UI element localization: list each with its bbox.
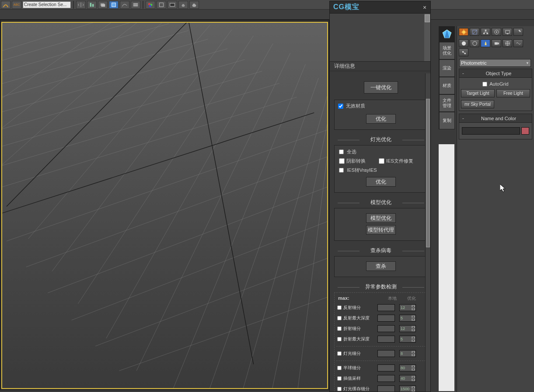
param-check[interactable] — [337, 351, 342, 356]
autogrid-checkbox[interactable]: AutoGrid — [461, 80, 530, 88]
param-opt-spinner[interactable]: 5▲▼ — [399, 315, 416, 322]
side-tab-2[interactable]: 材质 — [439, 77, 455, 94]
spinner-up-icon[interactable]: ▲ — [411, 365, 415, 368]
model-optimize-button[interactable]: 模型优化 — [366, 213, 396, 223]
select-all-check[interactable] — [339, 149, 344, 154]
select-all-checkbox[interactable]: 全选 — [335, 147, 427, 156]
tool-icon-render-setup[interactable] — [157, 1, 166, 9]
spinner-down-icon[interactable]: ▼ — [411, 329, 415, 332]
shapes-icon[interactable] — [470, 39, 479, 47]
spinner-up-icon[interactable]: ▲ — [411, 386, 415, 389]
spinner-down-icon[interactable]: ▼ — [411, 389, 415, 392]
selection-set-dropdown[interactable] — [23, 1, 71, 8]
spinner-down-icon[interactable]: ▼ — [411, 318, 415, 321]
param-check[interactable] — [337, 305, 342, 310]
display-tab-icon[interactable] — [503, 28, 512, 36]
geom-icon[interactable] — [459, 39, 468, 47]
spacewarps-icon[interactable] — [513, 39, 523, 47]
param-opt-spinner[interactable]: 1500▲▼ — [399, 385, 416, 392]
param-local-box[interactable] — [377, 304, 395, 311]
tool-icon-mirror[interactable] — [76, 1, 86, 9]
create-tab-icon[interactable] — [459, 28, 468, 36]
shadow-convert-checkbox[interactable]: 阴影转换 — [339, 158, 366, 164]
param-opt-spinner[interactable]: 80▲▼ — [399, 364, 416, 371]
param-opt-spinner[interactable]: 40▲▼ — [399, 375, 416, 382]
rollout-header[interactable]: - Object Type — [459, 69, 532, 78]
tool-icon-teapot-render[interactable] — [189, 1, 199, 9]
side-tab-3[interactable]: 文件 管理 — [439, 94, 455, 112]
param-local-box[interactable] — [377, 325, 395, 332]
tool-icon-scene[interactable] — [109, 1, 119, 9]
param-local-box[interactable] — [377, 385, 395, 392]
param-local-box[interactable] — [377, 375, 395, 382]
spinner-up-icon[interactable]: ▲ — [411, 350, 415, 354]
ies-to-vray-checkbox[interactable]: IES转VrayIES — [335, 166, 427, 175]
spinner-down-icon[interactable]: ▼ — [411, 339, 415, 342]
spinner-up-icon[interactable]: ▲ — [411, 315, 415, 318]
tool-icon-teapot-small[interactable] — [178, 1, 188, 9]
sky-portal-button[interactable]: mr Sky Portal — [461, 100, 494, 108]
side-tab-0[interactable]: 场景 优化 — [439, 42, 455, 59]
target-light-button[interactable]: Target Light — [461, 89, 495, 97]
object-color-swatch[interactable] — [521, 127, 529, 135]
model-to-proxy-button[interactable]: 模型转代理 — [366, 225, 396, 235]
tool-icon-material[interactable] — [146, 1, 155, 9]
gem-icon[interactable] — [439, 26, 455, 42]
spinner-down-icon[interactable]: ▼ — [411, 308, 415, 311]
lights-icon[interactable] — [481, 39, 490, 47]
param-check[interactable] — [337, 326, 342, 331]
param-local-box[interactable] — [377, 336, 395, 343]
tool-icon-arc[interactable] — [1, 1, 10, 9]
side-tab-1[interactable]: 渲染 — [439, 59, 455, 77]
spinner-up-icon[interactable]: ▲ — [411, 336, 415, 339]
tool-icon-curve-editor[interactable] — [120, 1, 129, 9]
modify-tab-icon[interactable] — [470, 28, 479, 36]
spinner-up-icon[interactable]: ▲ — [411, 326, 415, 329]
param-check[interactable] — [337, 337, 342, 341]
tool-icon-align[interactable] — [87, 1, 97, 9]
tool-icon-abc[interactable]: ABC — [12, 1, 21, 9]
param-check[interactable] — [337, 387, 342, 391]
free-light-button[interactable]: Free Light — [496, 89, 530, 97]
virus-kill-button[interactable]: 查杀 — [366, 261, 396, 271]
spinner-up-icon[interactable]: ▲ — [411, 375, 415, 378]
side-tab-4[interactable]: 复制 — [439, 112, 455, 129]
rollout-header[interactable]: - Name and Color — [459, 114, 532, 123]
preview-scroll-thumb[interactable] — [425, 14, 430, 22]
cameras-icon[interactable] — [492, 39, 501, 47]
param-opt-spinner[interactable]: 12▲▼ — [399, 325, 416, 332]
close-icon[interactable]: × — [422, 4, 428, 11]
param-check[interactable] — [337, 316, 342, 320]
spinner-down-icon[interactable]: ▼ — [411, 378, 415, 382]
object-name-input[interactable] — [462, 127, 520, 135]
tool-icon-schematic[interactable] — [131, 1, 140, 9]
invalid-material-check[interactable] — [338, 104, 343, 109]
material-optimize-button[interactable]: 优化 — [366, 114, 396, 124]
motion-tab-icon[interactable] — [492, 28, 501, 36]
param-opt-spinner[interactable]: 5▲▼ — [399, 336, 416, 343]
invalid-material-checkbox[interactable]: 无效材质 — [335, 100, 427, 112]
perspective-viewport[interactable] — [1, 22, 328, 389]
tool-icon-layers[interactable] — [98, 1, 108, 9]
plugin-body-scroll-thumb[interactable] — [426, 99, 430, 247]
param-opt-spinner[interactable]: 8▲▼ — [399, 350, 416, 357]
plugin-body-scrollbar[interactable] — [425, 73, 430, 392]
spinner-down-icon[interactable]: ▼ — [411, 368, 415, 371]
light-optimize-button[interactable]: 优化 — [366, 177, 396, 187]
systems-icon[interactable] — [459, 49, 468, 56]
helpers-icon[interactable] — [503, 39, 512, 47]
preview-scrollbar[interactable] — [424, 14, 430, 61]
hierarchy-tab-icon[interactable] — [481, 28, 490, 36]
spinner-up-icon[interactable]: ▲ — [411, 305, 415, 308]
param-check[interactable] — [337, 376, 342, 381]
param-local-box[interactable] — [377, 350, 395, 357]
param-check[interactable] — [337, 366, 342, 370]
ies-fix-checkbox[interactable]: IES文件修复 — [379, 158, 413, 164]
spinner-down-icon[interactable]: ▼ — [411, 354, 415, 357]
param-local-box[interactable] — [377, 315, 395, 322]
one-click-optimize-button[interactable]: 一键优化 — [364, 81, 398, 94]
tool-icon-render-frame[interactable] — [168, 1, 177, 9]
param-opt-spinner[interactable]: 12▲▼ — [399, 304, 416, 311]
utilities-tab-icon[interactable] — [513, 28, 523, 36]
param-local-box[interactable] — [377, 364, 395, 371]
